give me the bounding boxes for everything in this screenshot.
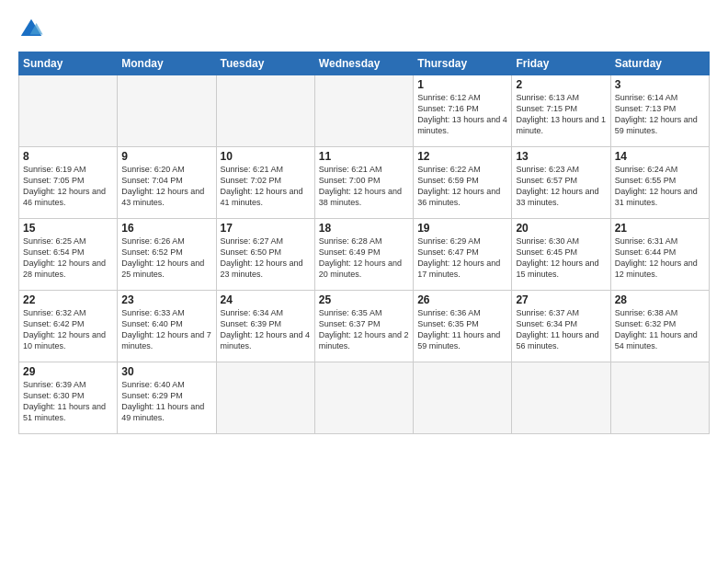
weekday-header-saturday: Saturday xyxy=(610,52,709,75)
calendar-day-21: 21Sunrise: 6:31 AMSunset: 6:44 PMDayligh… xyxy=(610,219,709,291)
calendar-day-25: 25Sunrise: 6:35 AMSunset: 6:37 PMDayligh… xyxy=(314,291,413,362)
empty-cell xyxy=(314,362,413,434)
calendar-week-2: 8Sunrise: 6:19 AMSunset: 7:05 PMDaylight… xyxy=(19,147,710,219)
header xyxy=(18,17,710,42)
weekday-header-wednesday: Wednesday xyxy=(314,52,413,75)
calendar-day-13: 13Sunrise: 6:23 AMSunset: 6:57 PMDayligh… xyxy=(512,147,610,219)
calendar-day-3: 3Sunrise: 6:14 AMSunset: 7:13 PMDaylight… xyxy=(610,75,709,147)
weekday-header-monday: Monday xyxy=(118,52,216,75)
weekday-header-thursday: Thursday xyxy=(414,52,512,75)
weekday-header-friday: Friday xyxy=(512,52,610,75)
empty-cell xyxy=(19,75,118,147)
calendar-day-20: 20Sunrise: 6:30 AMSunset: 6:45 PMDayligh… xyxy=(512,219,610,291)
calendar-day-26: 26Sunrise: 6:36 AMSunset: 6:35 PMDayligh… xyxy=(414,291,512,362)
calendar-week-3: 15Sunrise: 6:25 AMSunset: 6:54 PMDayligh… xyxy=(19,219,710,291)
calendar-week-4: 22Sunrise: 6:32 AMSunset: 6:42 PMDayligh… xyxy=(19,291,710,362)
calendar-day-18: 18Sunrise: 6:28 AMSunset: 6:49 PMDayligh… xyxy=(314,219,413,291)
calendar-day-14: 14Sunrise: 6:24 AMSunset: 6:55 PMDayligh… xyxy=(610,147,709,219)
weekday-header-tuesday: Tuesday xyxy=(216,52,314,75)
calendar-table: SundayMondayTuesdayWednesdayThursdayFrid… xyxy=(18,52,710,434)
calendar-day-16: 16Sunrise: 6:26 AMSunset: 6:52 PMDayligh… xyxy=(118,219,216,291)
calendar-day-11: 11Sunrise: 6:21 AMSunset: 7:00 PMDayligh… xyxy=(314,147,413,219)
calendar-day-15: 15Sunrise: 6:25 AMSunset: 6:54 PMDayligh… xyxy=(19,219,118,291)
logo-icon xyxy=(18,17,44,42)
calendar-day-12: 12Sunrise: 6:22 AMSunset: 6:59 PMDayligh… xyxy=(414,147,512,219)
empty-cell xyxy=(314,75,413,147)
calendar-week-1: 1Sunrise: 6:12 AMSunset: 7:16 PMDaylight… xyxy=(19,75,710,147)
calendar-day-24: 24Sunrise: 6:34 AMSunset: 6:39 PMDayligh… xyxy=(216,291,314,362)
empty-cell xyxy=(610,362,709,434)
calendar-day-10: 10Sunrise: 6:21 AMSunset: 7:02 PMDayligh… xyxy=(216,147,314,219)
logo xyxy=(18,17,48,42)
empty-cell xyxy=(414,362,512,434)
calendar-day-28: 28Sunrise: 6:38 AMSunset: 6:32 PMDayligh… xyxy=(610,291,709,362)
calendar-day-19: 19Sunrise: 6:29 AMSunset: 6:47 PMDayligh… xyxy=(414,219,512,291)
calendar-day-8: 8Sunrise: 6:19 AMSunset: 7:05 PMDaylight… xyxy=(19,147,118,219)
empty-cell xyxy=(216,75,314,147)
calendar-day-30: 30Sunrise: 6:40 AMSunset: 6:29 PMDayligh… xyxy=(118,362,216,434)
empty-cell xyxy=(216,362,314,434)
calendar-day-2: 2Sunrise: 6:13 AMSunset: 7:15 PMDaylight… xyxy=(512,75,610,147)
calendar-day-17: 17Sunrise: 6:27 AMSunset: 6:50 PMDayligh… xyxy=(216,219,314,291)
empty-cell xyxy=(118,75,216,147)
empty-cell xyxy=(512,362,610,434)
page: SundayMondayTuesdayWednesdayThursdayFrid… xyxy=(0,0,728,563)
calendar-day-29: 29Sunrise: 6:39 AMSunset: 6:30 PMDayligh… xyxy=(19,362,118,434)
calendar-day-23: 23Sunrise: 6:33 AMSunset: 6:40 PMDayligh… xyxy=(118,291,216,362)
calendar-day-1: 1Sunrise: 6:12 AMSunset: 7:16 PMDaylight… xyxy=(414,75,512,147)
weekday-header-row: SundayMondayTuesdayWednesdayThursdayFrid… xyxy=(19,52,710,75)
calendar-day-27: 27Sunrise: 6:37 AMSunset: 6:34 PMDayligh… xyxy=(512,291,610,362)
weekday-header-sunday: Sunday xyxy=(19,52,118,75)
calendar-day-22: 22Sunrise: 6:32 AMSunset: 6:42 PMDayligh… xyxy=(19,291,118,362)
calendar-day-9: 9Sunrise: 6:20 AMSunset: 7:04 PMDaylight… xyxy=(118,147,216,219)
calendar-week-5: 29Sunrise: 6:39 AMSunset: 6:30 PMDayligh… xyxy=(19,362,710,434)
